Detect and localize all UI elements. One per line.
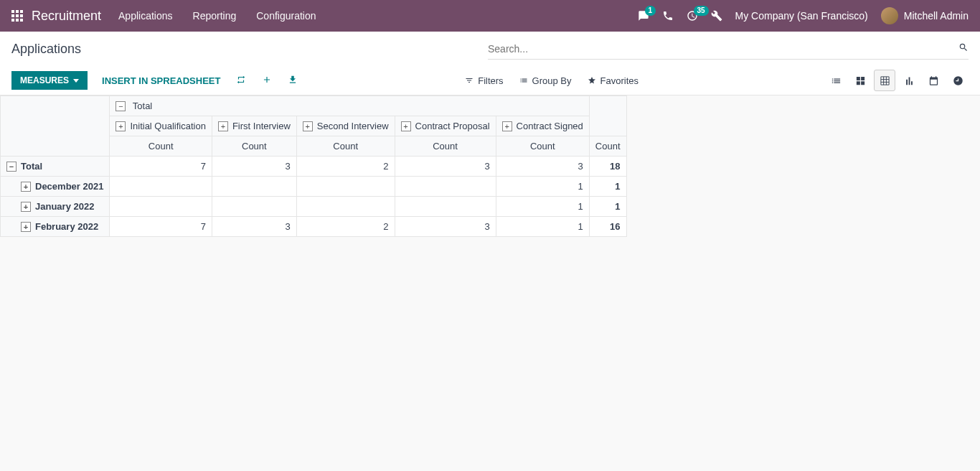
pivot-row-header[interactable]: −Total	[1, 157, 110, 177]
pivot-cell[interactable]	[110, 177, 212, 197]
user-menu[interactable]: Mitchell Admin	[881, 7, 969, 24]
count-header: Count	[496, 136, 589, 157]
pivot-grand-total-header	[589, 96, 626, 136]
pivot-cell[interactable]	[395, 177, 496, 197]
view-calendar-button[interactable]	[923, 70, 944, 91]
expand-icon[interactable]: +	[116, 121, 126, 131]
pivot-row-header[interactable]: +February 2022	[1, 217, 110, 237]
pivot-row-header[interactable]: +January 2022	[1, 197, 110, 217]
pivot-corner	[1, 96, 110, 157]
count-header: Count	[212, 136, 296, 157]
pivot-cell[interactable]	[296, 177, 395, 197]
pivot-cell[interactable]: 3	[212, 217, 296, 237]
pivot-cell[interactable]	[110, 197, 212, 217]
pivot-row-total[interactable]: 1	[589, 177, 626, 197]
nav-link-reporting[interactable]: Reporting	[193, 10, 237, 22]
pivot-cell[interactable]: 3	[212, 157, 296, 177]
expand-icon[interactable]: +	[21, 202, 31, 212]
pivot-col-label: Second Interview	[317, 121, 389, 131]
view-pivot-button[interactable]	[874, 70, 895, 91]
pivot-cell[interactable]: 2	[296, 157, 395, 177]
funnel-icon	[465, 76, 473, 85]
download-icon[interactable]	[288, 75, 298, 87]
expand-icon[interactable]: +	[21, 222, 31, 232]
pivot-row-total[interactable]: 16	[589, 217, 626, 237]
user-name: Mitchell Admin	[904, 10, 969, 22]
pivot-total-label: Total	[133, 101, 152, 111]
pivot-row-label: Total	[21, 161, 42, 172]
measures-label: MEASURES	[20, 75, 69, 85]
groupby-label: Group By	[532, 75, 572, 86]
view-list-button[interactable]	[825, 70, 847, 91]
pivot-cell[interactable]: 1	[496, 197, 589, 217]
expand-icon[interactable]: +	[502, 121, 512, 131]
pivot-row-header[interactable]: +December 2021	[1, 177, 110, 197]
search-icon[interactable]	[958, 42, 969, 55]
pivot-row: −Total7323318	[1, 157, 627, 177]
insert-spreadsheet-button[interactable]: INSERT IN SPREADSHEET	[102, 75, 220, 86]
measures-button[interactable]: MEASURES	[11, 71, 88, 90]
messages-icon[interactable]: 1	[638, 10, 649, 22]
collapse-icon[interactable]: −	[116, 101, 126, 111]
app-brand[interactable]: Recruitment	[32, 9, 101, 24]
pivot-cell[interactable]	[395, 197, 496, 217]
favorites-dropdown[interactable]: Favorites	[588, 75, 639, 86]
pivot-col-header-2[interactable]: +Second Interview	[296, 116, 395, 136]
pivot-cell[interactable]: 2	[296, 217, 395, 237]
pivot-row-total[interactable]: 18	[589, 157, 626, 177]
pivot-table-container: − Total +Initial Qualification +First In…	[0, 95, 980, 237]
pivot-row-total[interactable]: 1	[589, 197, 626, 217]
search-bar[interactable]	[488, 38, 969, 60]
view-graph-button[interactable]	[898, 70, 920, 91]
pivot-row-label: January 2022	[35, 201, 94, 212]
expand-icon[interactable]: +	[401, 121, 411, 131]
collapse-icon[interactable]: −	[6, 162, 17, 172]
filters-dropdown[interactable]: Filters	[465, 75, 503, 86]
star-icon	[588, 76, 596, 85]
debug-icon[interactable]	[711, 10, 722, 22]
expand-icon[interactable]: +	[303, 121, 313, 131]
pivot-col-header-4[interactable]: +Contract Signed	[496, 116, 589, 136]
favorites-label: Favorites	[600, 75, 639, 86]
pivot-cell[interactable]: 1	[496, 177, 589, 197]
caret-down-icon	[73, 79, 79, 83]
pivot-table: − Total +Initial Qualification +First In…	[0, 95, 627, 237]
pivot-col-header-1[interactable]: +First Interview	[212, 116, 296, 136]
phone-icon[interactable]	[662, 10, 674, 22]
nav-link-applications[interactable]: Applications	[118, 10, 173, 22]
pivot-cell[interactable]	[212, 197, 296, 217]
page-title: Applications	[11, 42, 81, 57]
control-panel: Applications MEASURES INSERT IN SPREADSH…	[0, 32, 980, 95]
expand-icon[interactable]: +	[218, 121, 228, 131]
flip-axis-icon[interactable]	[236, 75, 246, 87]
count-header: Count	[296, 136, 395, 157]
expand-all-icon[interactable]	[262, 75, 272, 87]
pivot-col-header-0[interactable]: +Initial Qualification	[110, 116, 212, 136]
search-input[interactable]	[488, 40, 969, 57]
pivot-cell[interactable]: 3	[496, 157, 589, 177]
pivot-cell[interactable]: 7	[110, 157, 212, 177]
pivot-cell[interactable]: 3	[395, 217, 496, 237]
activities-icon[interactable]: 35	[687, 10, 698, 22]
pivot-col-label: Initial Qualification	[130, 121, 206, 131]
pivot-row-label: December 2021	[35, 181, 103, 192]
groupby-dropdown[interactable]: Group By	[519, 75, 572, 86]
expand-icon[interactable]: +	[21, 182, 31, 192]
view-kanban-button[interactable]	[849, 70, 871, 91]
pivot-cell[interactable]	[296, 197, 395, 217]
count-header: Count	[110, 136, 212, 157]
pivot-cell[interactable]: 3	[395, 157, 496, 177]
pivot-cell[interactable]: 1	[496, 217, 589, 237]
pivot-col-label: First Interview	[232, 121, 291, 131]
pivot-cell[interactable]: 7	[110, 217, 212, 237]
view-activity-button[interactable]	[947, 70, 969, 91]
pivot-cell[interactable]	[212, 177, 296, 197]
avatar	[881, 7, 898, 24]
nav-link-configuration[interactable]: Configuration	[256, 10, 316, 22]
messages-badge: 1	[645, 6, 656, 16]
activities-badge: 35	[694, 6, 709, 16]
apps-icon[interactable]	[11, 10, 23, 22]
company-selector[interactable]: My Company (San Francisco)	[735, 10, 868, 22]
pivot-col-header-3[interactable]: +Contract Proposal	[395, 116, 496, 136]
pivot-col-total-header[interactable]: − Total	[110, 96, 589, 116]
